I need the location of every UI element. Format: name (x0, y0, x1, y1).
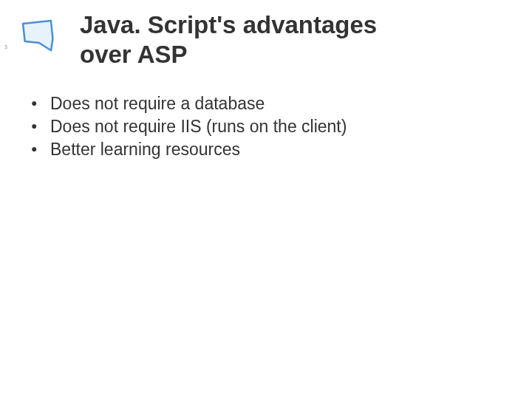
icon-container: 3 (0, 10, 74, 59)
slide-header: 3 Java. Script's advantages over ASP (0, 0, 532, 69)
slide-title: Java. Script's advantages over ASP (74, 10, 377, 69)
bullet-list: Does not require a database Does not req… (31, 92, 532, 161)
slide-number: 3 (4, 44, 7, 50)
slide-content: Does not require a database Does not req… (0, 69, 532, 161)
title-line-2: over ASP (80, 41, 188, 68)
list-item: Better learning resources (31, 138, 532, 161)
list-item: Does not require a database (31, 92, 532, 115)
list-item: Does not require IIS (runs on the client… (31, 115, 532, 138)
title-line-1: Java. Script's advantages (80, 11, 377, 38)
document-icon (18, 16, 61, 56)
